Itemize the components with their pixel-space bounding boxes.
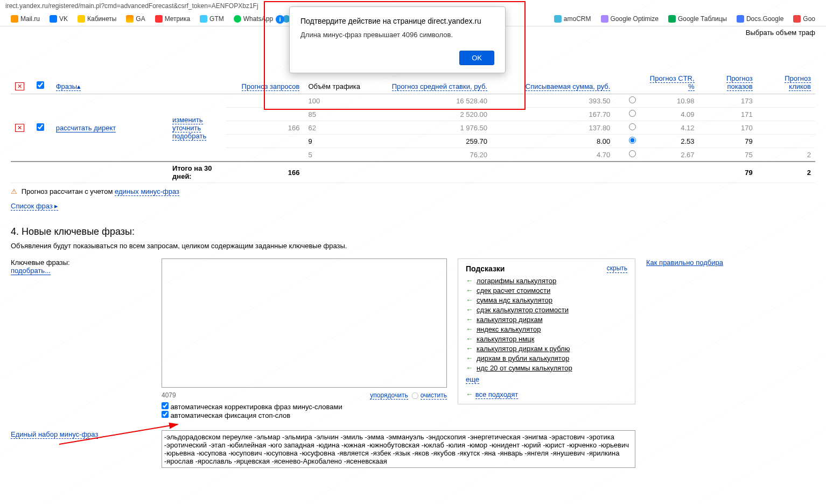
- hint-item[interactable]: ← дирхам в рубли калькулятор: [466, 354, 627, 362]
- hint-item[interactable]: ← сдек расчет стоимости: [466, 286, 627, 295]
- note-line: ⚠ Прогноз рассчитан с учетом единых мину…: [0, 183, 826, 200]
- bookmark-gtm[interactable]: GTM: [200, 15, 224, 23]
- arrow-left-icon: ←: [466, 286, 473, 295]
- col-shows[interactable]: Прогноз показов: [726, 74, 753, 91]
- hint-link[interactable]: сдек расчет стоимости: [477, 286, 550, 295]
- phrases-textarea[interactable]: [162, 258, 447, 388]
- total-row: Итого на 30 дней: 166 79 2: [11, 162, 815, 183]
- col-clicks[interactable]: Прогноз кликов: [785, 74, 811, 91]
- action-change[interactable]: изменить: [172, 116, 203, 124]
- section-new-phrases: 4. Новые ключевые фразы: Объявления буду…: [0, 221, 826, 425]
- ok-button[interactable]: OK: [459, 51, 494, 65]
- arrow-left-icon: ←: [466, 363, 473, 372]
- pick-phrases-link[interactable]: подобрать...: [11, 267, 51, 275]
- hints-hide-link[interactable]: скрыть: [607, 264, 627, 273]
- row-radio[interactable]: [629, 96, 636, 103]
- col-phrases[interactable]: Фразы▴: [56, 82, 81, 91]
- hints-more-link[interactable]: еще: [466, 375, 479, 384]
- bookmark-google[interactable]: Goo: [793, 15, 815, 23]
- delete-row-icon[interactable]: ✕: [15, 124, 24, 132]
- hint-link[interactable]: сдэк калькулятор стоимости: [477, 306, 569, 314]
- hint-link[interactable]: дирхам в рубли калькулятор: [477, 354, 569, 362]
- confirm-dialog: Подтвердите действие на странице direct.…: [289, 6, 506, 73]
- hint-item[interactable]: ← калькулятор нмцк: [466, 334, 627, 343]
- arrow-left-icon: ←: [466, 276, 473, 285]
- phrase-list-link[interactable]: Список фраз ▸: [11, 202, 58, 211]
- arrow-left-icon: ←: [466, 296, 473, 304]
- delete-all-icon[interactable]: ✕: [15, 82, 24, 90]
- hints-box: Подсказки скрыть ← логарифмы калькулятор…: [458, 258, 635, 404]
- arrow-left-icon: ←: [466, 354, 473, 362]
- clear-link[interactable]: очистить: [421, 391, 447, 400]
- arrow-left-icon: ←: [466, 325, 473, 333]
- section-desc: Объявления будут показываться по всем за…: [11, 242, 815, 250]
- hint-link[interactable]: сумма ндс калькулятор: [477, 296, 552, 304]
- bookmark-ga[interactable]: GA: [126, 15, 145, 23]
- select-all-checkbox[interactable]: [37, 81, 44, 89]
- dialog-text: Длина минус-фраз превышает 4096 символов…: [300, 31, 494, 39]
- hint-link[interactable]: калькулятор дирхам: [477, 316, 543, 324]
- action-refine[interactable]: уточнить: [172, 124, 201, 132]
- col-writeoff[interactable]: Списываемая сумма, руб.: [526, 82, 611, 91]
- hint-link[interactable]: калькулятор нмцк: [477, 335, 534, 343]
- hint-item[interactable]: ← яндекс калькулятор: [466, 325, 627, 333]
- table-row: ✕ рассчитать директ изменить уточнить по…: [11, 94, 815, 108]
- row-radio[interactable]: [629, 123, 636, 130]
- col-requests[interactable]: Прогноз запросов: [242, 82, 300, 91]
- dialog-title: Подтвердите действие на странице direct.…: [300, 17, 494, 25]
- col-avg-rate[interactable]: Прогноз средней ставки, руб.: [392, 82, 487, 91]
- hint-link[interactable]: ндс 20 от суммы калькулятор: [477, 364, 572, 372]
- bookmark-vk[interactable]: VK: [50, 15, 68, 23]
- hint-item[interactable]: ← калькулятор дирхам: [466, 315, 627, 324]
- hint-link[interactable]: логарифмы калькулятор: [477, 277, 556, 285]
- bookmark-docs[interactable]: Docs.Google: [737, 15, 783, 23]
- sort-link[interactable]: упорядочить: [370, 391, 408, 400]
- action-pick[interactable]: подобрать: [172, 132, 206, 141]
- bookmark-cabinets[interactable]: Кабинеты: [78, 15, 116, 23]
- arrow-left-icon: ←: [466, 315, 473, 324]
- auto-stopwords-checkbox[interactable]: [162, 411, 169, 418]
- bookmark-optimize[interactable]: Google Optimize: [601, 15, 659, 23]
- hint-item[interactable]: ← сдэк калькулятор стоимости: [466, 305, 627, 314]
- bookmark-amocrm[interactable]: amoCRM: [554, 15, 591, 23]
- arrow-left-icon: ←: [466, 334, 473, 343]
- arrow-left-icon: ←: [466, 305, 473, 314]
- minus-textarea[interactable]: [162, 430, 635, 468]
- row-checkbox[interactable]: [37, 123, 44, 131]
- minus-phrases-row: Единый набор минус-фраз: [0, 425, 826, 473]
- arrow-left-icon: ←: [466, 344, 473, 353]
- hint-item[interactable]: ← ндс 20 от суммы калькулятор: [466, 363, 627, 372]
- minus-set-link[interactable]: Единый набор минус-фраз: [11, 430, 98, 439]
- hint-link[interactable]: калькулятор дирхам к рублю: [477, 345, 570, 353]
- bookmark-mailru[interactable]: Mail.ru: [11, 15, 40, 23]
- minus-phrases-link[interactable]: единых минус-фраз: [115, 187, 179, 196]
- warning-icon: ⚠: [11, 187, 17, 195]
- phrase-link[interactable]: рассчитать директ: [56, 124, 116, 132]
- how-to-pick-link[interactable]: Как правильно подбира: [646, 258, 723, 267]
- bookmark-whatsapp[interactable]: WhatsApp: [234, 15, 273, 23]
- row-radio[interactable]: [629, 150, 636, 157]
- bookmark-sheets[interactable]: Google Таблицы: [668, 15, 727, 23]
- arrow-left-icon: ←: [466, 390, 473, 398]
- hint-item[interactable]: ← логарифмы калькулятор: [466, 276, 627, 285]
- col-ctr[interactable]: Прогноз CTR, %: [650, 74, 695, 91]
- phrases-label: Ключевые фразы:: [11, 258, 70, 267]
- bookmark-metrika[interactable]: Метрика: [155, 15, 190, 23]
- section-title: 4. Новые ключевые фразы:: [11, 226, 815, 237]
- info-icon: i: [276, 15, 284, 24]
- all-ok-link[interactable]: все подходят: [475, 390, 519, 399]
- hint-link[interactable]: яндекс калькулятор: [477, 325, 541, 333]
- row-radio[interactable]: [629, 137, 636, 144]
- hints-title: Подсказки: [466, 264, 505, 273]
- char-counter: 4079: [162, 391, 176, 399]
- row-radio[interactable]: [629, 110, 636, 117]
- col-traffic: Объём трафика: [304, 71, 381, 94]
- hint-item[interactable]: ← калькулятор дирхам к рублю: [466, 344, 627, 353]
- hint-item[interactable]: ← сумма ндс калькулятор: [466, 296, 627, 304]
- auto-correct-checkbox[interactable]: [162, 402, 169, 409]
- forecast-table: ✕ Фразы▴ Прогноз запросов Объём трафика …: [11, 71, 815, 183]
